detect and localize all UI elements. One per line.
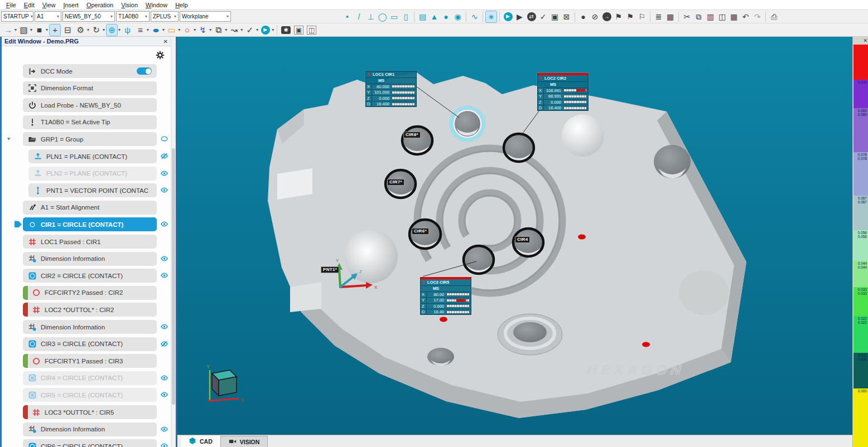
command-item[interactable]: Load Probe - NEW5_BY_50 [23, 98, 157, 112]
command-item[interactable]: Dimension Information [23, 252, 157, 266]
dropdown-caret-icon[interactable]: ▾ [194, 27, 196, 32]
execute-from-cursor-icon[interactable]: ▶ [514, 11, 525, 22]
workplane-select[interactable]: Workplane▾ [180, 11, 231, 22]
alignment-select[interactable]: A1▾ [35, 11, 61, 22]
plane-feature-icon[interactable]: ⊥ [365, 11, 376, 22]
torus-feature-icon[interactable]: ◉ [452, 11, 463, 22]
command-item[interactable]: GRP1 = Group [23, 132, 157, 146]
continue-icon[interactable]: → [601, 11, 612, 22]
command-item[interactable]: LOC3 *OUTTOL* : CIR5 [23, 405, 157, 419]
loop-icon[interactable]: ⇄ [526, 11, 537, 22]
eye-slash-icon[interactable] [160, 152, 169, 160]
skip-break-icon[interactable]: ⊘ [590, 11, 600, 22]
sidebar-scrollbar[interactable] [171, 37, 176, 447]
dropdown-caret-icon[interactable]: ▾ [46, 27, 48, 32]
eye-slash-icon[interactable] [160, 340, 169, 348]
command-item[interactable]: PLN2 = PLANE (CONTACT) [28, 167, 157, 181]
paste-icon[interactable]: ▥ [705, 11, 716, 22]
report-list-icon[interactable]: ≣ [653, 11, 664, 22]
circle-tool-icon[interactable]: ○ [182, 25, 192, 36]
command-item[interactable]: CIR6 = CIRCLE (CONTACT) [23, 439, 157, 447]
probe-toggle-icon[interactable]: ψ [122, 25, 133, 36]
settings-gears-icon[interactable]: ⚙ [75, 25, 86, 36]
dropdown-caret-icon[interactable]: ▾ [178, 27, 180, 32]
feature-id-tag[interactable]: CIR8* [403, 132, 421, 138]
dropdown-caret-icon[interactable]: ▾ [118, 27, 120, 32]
dropdown-caret-icon[interactable]: ▾ [256, 27, 258, 32]
feature-id-tag[interactable]: PNT1* [321, 266, 339, 273]
cylinder-feature-icon[interactable]: ▤ [417, 11, 428, 22]
menu-vision[interactable]: Vision [117, 1, 142, 9]
color-scale-close-icon[interactable]: ✕ [863, 38, 867, 43]
wireframe-view-icon[interactable]: ▧ [18, 25, 29, 36]
report-grid-icon[interactable]: ▦ [665, 11, 676, 22]
eye-icon[interactable] [160, 442, 169, 447]
command-item[interactable]: FCFCIRTY2 Passed : CIR2 [23, 286, 157, 300]
parameter-set-select[interactable]: STARTUP▾ [1, 11, 33, 22]
copy-path-icon[interactable]: ⧉ [213, 25, 224, 36]
rect-tool-icon[interactable]: ▭ [166, 25, 177, 36]
square-slot-feature-icon[interactable]: ▯ [401, 11, 411, 22]
path-tool-icon[interactable]: ↯ [197, 25, 208, 36]
combo-arrow-icon[interactable]: ▾ [226, 14, 229, 19]
menu-insert[interactable]: Insert [59, 1, 83, 9]
curve-feature-icon[interactable]: ∿ [469, 11, 480, 22]
mark-check-icon[interactable]: ✓ [538, 11, 548, 22]
tab-vision[interactable]: VISION [220, 436, 268, 447]
eye-icon[interactable] [160, 220, 169, 228]
command-item[interactable]: T1A0B0 = Set Active Tip [23, 115, 157, 129]
menu-help[interactable]: Help [171, 1, 192, 9]
menu-window[interactable]: Window [142, 1, 171, 9]
paste-special-icon[interactable]: ◫ [717, 11, 727, 22]
line-feature-icon[interactable]: / [354, 11, 364, 22]
eye-icon[interactable] [160, 169, 169, 177]
scan-path-icon[interactable]: ↝ [229, 25, 239, 36]
menu-operation[interactable]: Operation [83, 1, 117, 9]
command-item[interactable]: Dimension Information [23, 320, 157, 334]
report-window-icon[interactable]: ▣ [293, 25, 304, 36]
combo-arrow-icon[interactable]: ▾ [57, 14, 59, 19]
ellipse-tool-icon[interactable]: ● [151, 25, 161, 36]
break-point-icon[interactable]: ● [578, 11, 589, 22]
print-icon[interactable]: ⎙ [769, 11, 779, 22]
command-item[interactable]: CIR1 = CIRCLE (CONTACT) [23, 217, 157, 231]
probe-jump-icon[interactable]: → [3, 25, 13, 36]
menu-view[interactable]: View [38, 1, 60, 9]
combo-arrow-icon[interactable]: ▾ [145, 14, 147, 19]
command-item[interactable]: CIR2 = CIRCLE (CONTACT) [23, 269, 157, 283]
eye-o-icon[interactable] [160, 135, 169, 143]
eye-icon[interactable] [160, 374, 169, 382]
copy-icon[interactable]: ⧉ [693, 11, 704, 22]
measurement-label[interactable]: LOC1 CIR1MSX80.000Y101.000Z0.000D16.400 [365, 71, 417, 107]
eye-icon[interactable] [160, 323, 169, 331]
rotate-view-icon[interactable]: ⊕ [107, 25, 117, 36]
command-item[interactable]: Dimension Format [23, 81, 157, 95]
circle-feature-icon[interactable]: ◯ [377, 11, 388, 22]
execute-icon[interactable]: ▶ [503, 11, 513, 22]
dropdown-caret-icon[interactable]: ▾ [103, 27, 105, 32]
feature-id-tag[interactable]: CIR4 [515, 236, 530, 243]
eye-icon[interactable] [160, 425, 169, 433]
dcc-toggle[interactable] [137, 67, 152, 75]
command-item[interactable]: CIR3 = CIRCLE (CONTACT) [23, 337, 157, 351]
clear-document-icon[interactable]: ⊠ [561, 11, 572, 22]
bookmark-icon[interactable]: ⚑ [613, 11, 624, 22]
measurement-label[interactable]: LOC3 CIR5MSX80.00Y17.00Z0.000D16.40 [420, 277, 471, 315]
pan-icon[interactable]: + [50, 25, 60, 36]
command-item[interactable]: CIR4 = CIRCLE (CONTACT) [23, 371, 157, 385]
dropdown-caret-icon[interactable]: ▾ [162, 27, 165, 32]
dropdown-caret-icon[interactable]: ▾ [87, 27, 89, 32]
dropdown-caret-icon[interactable]: ▾ [147, 27, 149, 32]
confirm-icon[interactable]: ✓ [244, 25, 255, 36]
expand-caret-icon[interactable]: ▾ [7, 135, 10, 142]
feature-list-icon[interactable]: ≡ [135, 25, 146, 36]
dropdown-caret-icon[interactable]: ▾ [209, 27, 211, 32]
verify-document-icon[interactable]: ▣ [549, 11, 560, 22]
solid-view-icon[interactable]: ■ [34, 25, 45, 36]
execute-feature-icon[interactable]: ▶ [260, 25, 271, 36]
combo-arrow-icon[interactable]: ▾ [110, 14, 113, 19]
command-item[interactable]: CIR5 = CIRCLE (CONTACT) [23, 388, 157, 402]
command-item[interactable]: PLN1 = PLANE (CONTACT) [28, 149, 157, 163]
auto-feature-icon[interactable]: ∗ [486, 11, 496, 22]
command-item[interactable]: A1 = Start Alignment [23, 201, 157, 215]
